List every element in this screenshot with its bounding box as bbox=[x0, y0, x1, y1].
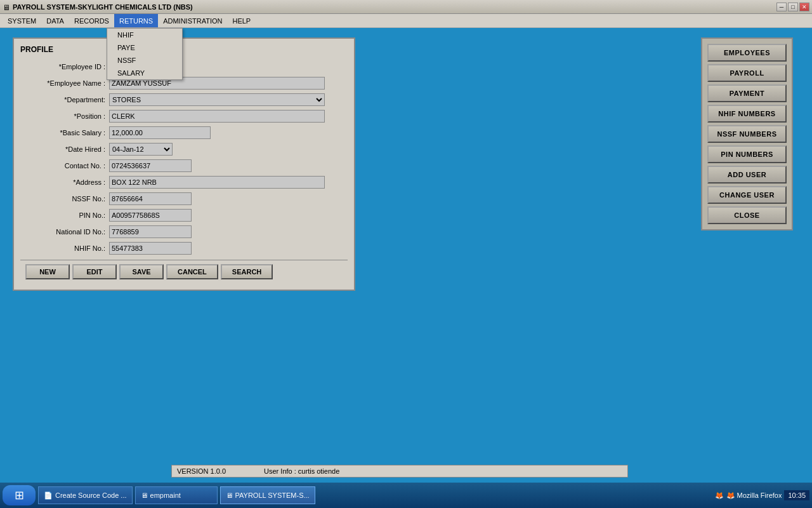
basic-salary-input[interactable] bbox=[109, 126, 211, 139]
bottom-buttons: NEW EDIT SAVE CANCEL SEARCH bbox=[20, 260, 348, 283]
window-close-button[interactable]: ✕ bbox=[799, 3, 809, 11]
taskbar-right: 🦊 🦊 Mozilla Firefox 10:35 bbox=[715, 490, 810, 500]
edit-button[interactable]: EDIT bbox=[72, 264, 117, 279]
department-select[interactable]: STORES bbox=[109, 93, 325, 106]
taskbar-firefox-label: 🦊 Mozilla Firefox bbox=[726, 491, 782, 500]
basic-salary-label: *Basic Salary : bbox=[20, 129, 109, 137]
nhif-no-input[interactable] bbox=[109, 242, 192, 255]
windows-logo-icon: ⊞ bbox=[15, 488, 24, 502]
status-version: VERSION 1.0.0 bbox=[177, 467, 226, 475]
nssf-no-row: NSSF No.: bbox=[20, 192, 348, 205]
status-bar: VERSION 1.0.0 User Info : curtis otiende bbox=[171, 465, 628, 478]
department-row: *Department: STORES bbox=[20, 93, 348, 106]
taskbar-create-source-label: Create Source Code ... bbox=[55, 491, 127, 499]
taskbar-empmaint[interactable]: 🖥 empmaint bbox=[135, 486, 218, 504]
pin-numbers-button[interactable]: PIN NUMBERS bbox=[707, 145, 787, 163]
contact-no-label: Contact No. : bbox=[20, 162, 109, 170]
status-user-name: curtis otiende bbox=[298, 467, 339, 475]
profile-panel: PROFILE *Employee ID : *Employee Name : … bbox=[13, 37, 355, 291]
taskbar-empmaint-label: empmaint bbox=[150, 491, 181, 499]
taskbar: ⊞ 📄 Create Source Code ... 🖥 empmaint 🖥 … bbox=[0, 483, 812, 508]
start-button[interactable]: ⊞ bbox=[3, 485, 36, 505]
employee-id-label: *Employee ID : bbox=[20, 63, 109, 70]
contact-no-input[interactable] bbox=[109, 159, 192, 172]
nhif-no-label: NHIF No.: bbox=[20, 244, 109, 252]
profile-title: PROFILE bbox=[20, 45, 348, 54]
dropdown-nssf[interactable]: NSSF bbox=[107, 54, 182, 67]
title-bar: 🖥 PAYROLL SYSTEM-SKYLIGHT CHEMICALS LTD … bbox=[0, 0, 812, 14]
employee-name-row: *Employee Name : bbox=[20, 77, 348, 90]
search-button[interactable]: SEARCH bbox=[221, 264, 273, 279]
title-bar-left: 🖥 PAYROLL SYSTEM-SKYLIGHT CHEMICALS LTD … bbox=[3, 3, 193, 11]
menu-records[interactable]: RECORDS bbox=[69, 14, 114, 27]
payment-button[interactable]: PAYMENT bbox=[707, 84, 787, 102]
national-id-row: National ID No.: bbox=[20, 225, 348, 238]
pin-no-row: PIN No.: bbox=[20, 209, 348, 222]
pin-no-label: PIN No.: bbox=[20, 211, 109, 219]
employee-name-label: *Employee Name : bbox=[20, 79, 109, 87]
employee-id-row: *Employee ID : bbox=[20, 60, 348, 73]
address-label: *Address : bbox=[20, 178, 109, 186]
nssf-no-input[interactable] bbox=[109, 192, 192, 205]
taskbar-create-source[interactable]: 📄 Create Source Code ... bbox=[38, 486, 133, 504]
save-button[interactable]: SAVE bbox=[119, 264, 164, 279]
system-clock: 10:35 bbox=[784, 490, 809, 500]
cancel-button[interactable]: CANCEL bbox=[166, 264, 218, 279]
department-label: *Department: bbox=[20, 96, 109, 104]
basic-salary-row: *Basic Salary : bbox=[20, 126, 348, 139]
nhif-numbers-button[interactable]: NHIF NUMBERS bbox=[707, 105, 787, 123]
pin-no-input[interactable] bbox=[109, 209, 192, 222]
maximize-button[interactable]: □ bbox=[788, 3, 798, 11]
title-bar-controls: ─ □ ✕ bbox=[776, 3, 809, 11]
menu-help[interactable]: HELP bbox=[227, 14, 256, 27]
employees-button[interactable]: EMPLOYEES bbox=[707, 44, 787, 62]
taskbar-payroll-system-label: PAYROLL SYSTEM-S... bbox=[235, 491, 310, 499]
menu-data[interactable]: DATA bbox=[41, 14, 69, 27]
app-wrapper: 🖥 PAYROLL SYSTEM-SKYLIGHT CHEMICALS LTD … bbox=[0, 0, 812, 508]
status-user-label: User Info : bbox=[264, 467, 296, 475]
dropdown-nhif[interactable]: NHIF bbox=[107, 29, 182, 41]
dropdown-paye[interactable]: PAYE bbox=[107, 41, 182, 54]
right-panel: EMPLOYEES PAYROLL PAYMENT NHIF NUMBERS N… bbox=[701, 37, 793, 231]
menu-bar: SYSTEM DATA RECORDS RETURNS ADMINISTRATI… bbox=[0, 14, 812, 28]
nhif-no-row: NHIF No.: bbox=[20, 242, 348, 255]
position-row: *Position : bbox=[20, 110, 348, 123]
firefox-icon: 🦊 bbox=[715, 491, 724, 500]
nssf-no-label: NSSF No.: bbox=[20, 195, 109, 203]
date-hired-label: *Date Hired : bbox=[20, 145, 109, 153]
menu-administration[interactable]: ADMINISTRATION bbox=[158, 14, 227, 27]
title-text: PAYROLL SYSTEM-SKYLIGHT CHEMICALS LTD (N… bbox=[13, 3, 193, 11]
new-button[interactable]: NEW bbox=[25, 264, 70, 279]
national-id-label: National ID No.: bbox=[20, 228, 109, 236]
date-hired-select[interactable]: 04-Jan-12 bbox=[109, 143, 173, 156]
add-user-button[interactable]: ADD USER bbox=[707, 166, 787, 184]
content-area: PROFILE *Employee ID : *Employee Name : … bbox=[0, 28, 812, 508]
app-icon: 🖥 bbox=[3, 3, 10, 11]
dropdown-salary[interactable]: SALARY bbox=[107, 67, 182, 79]
nssf-numbers-button[interactable]: NSSF NUMBERS bbox=[707, 125, 787, 143]
address-input[interactable] bbox=[109, 176, 325, 189]
address-row: *Address : bbox=[20, 176, 348, 189]
national-id-input[interactable] bbox=[109, 225, 192, 238]
payroll-system-icon: 🖥 bbox=[226, 491, 233, 499]
position-label: *Position : bbox=[20, 112, 109, 120]
create-source-icon: 📄 bbox=[44, 491, 53, 500]
empmaint-icon: 🖥 bbox=[141, 491, 148, 499]
menu-system[interactable]: SYSTEM bbox=[3, 14, 41, 27]
menu-returns[interactable]: RETURNS bbox=[114, 14, 158, 27]
taskbar-payroll-system[interactable]: 🖥 PAYROLL SYSTEM-S... bbox=[220, 486, 315, 504]
minimize-button[interactable]: ─ bbox=[776, 3, 787, 11]
position-input[interactable] bbox=[109, 110, 325, 123]
change-user-button[interactable]: CHANGE USER bbox=[707, 186, 787, 204]
payroll-button[interactable]: PAYROLL bbox=[707, 64, 787, 82]
date-hired-row: *Date Hired : 04-Jan-12 bbox=[20, 143, 348, 156]
close-button[interactable]: CLOSE bbox=[707, 206, 787, 224]
returns-dropdown: NHIF PAYE NSSF SALARY bbox=[107, 28, 183, 80]
contact-no-row: Contact No. : bbox=[20, 159, 348, 172]
